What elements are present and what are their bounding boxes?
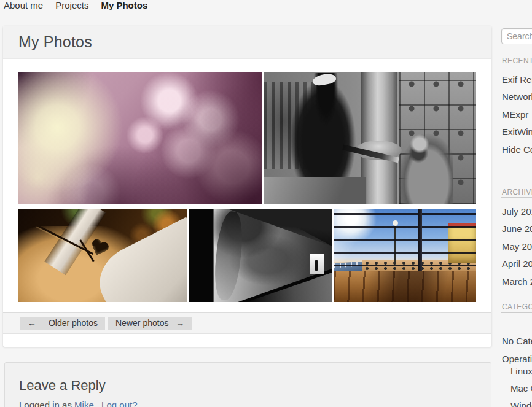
sidebar-item-category-child[interactable]: Mac OS (510, 383, 532, 393)
gallery-card-header: My Photos (3, 26, 491, 59)
sidebar-item-archive[interactable]: May 2011 (502, 241, 532, 252)
photo-street-scene-bw[interactable] (264, 72, 476, 204)
photo-harbor-boardwalk[interactable] (334, 209, 476, 302)
leave-a-reply-card: Leave a Reply Logged in as Mike. Log out… (4, 362, 491, 407)
page-title: My Photos (18, 33, 92, 51)
photo-cherry-blossoms[interactable] (18, 72, 262, 204)
top-navigation: About me Projects My Photos (4, 0, 147, 12)
photo-heart-pendant[interactable] (18, 209, 187, 302)
sidebar-item-archive[interactable]: April 2011 (502, 258, 532, 269)
sidebar-item-recent-post[interactable]: MExpr (502, 109, 528, 120)
right-arrow-icon: → (176, 318, 184, 328)
period: . (94, 400, 96, 407)
older-photos-label: Older photos (49, 318, 98, 328)
photo-detail-walking-person (315, 260, 318, 271)
logout-link[interactable]: Log out? (101, 400, 137, 407)
photo-tunnel-mural-bw[interactable] (189, 209, 332, 302)
newer-photos-label: Newer photos (115, 318, 168, 328)
sidebar-item-archive[interactable]: March 2011 (502, 276, 532, 287)
sidebar-item-archive[interactable]: July 2011 (502, 206, 532, 217)
sidebar-item-category-child[interactable]: Linux (510, 366, 532, 376)
recent-posts-heading: RECENT POSTS (502, 56, 532, 65)
leave-a-reply-title: Leave a Reply (19, 378, 106, 393)
section-divider (501, 312, 532, 313)
photo-detail-railing-post (418, 209, 422, 271)
photo-detail-pavement (264, 177, 366, 204)
left-arrow-icon: ← (28, 318, 36, 328)
categories-heading: CATEGORIES (502, 303, 532, 311)
section-divider (501, 197, 532, 198)
gallery-card: My Photos (3, 26, 491, 347)
sidebar-item-recent-post[interactable]: Hide Console (502, 144, 532, 155)
logged-in-prefix: Logged in as (19, 400, 72, 407)
newer-photos-button[interactable]: Newer photos → (108, 317, 192, 330)
photo-detail-railing-bars (334, 213, 476, 271)
sidebar-item-recent-post[interactable]: ExitWindows (502, 126, 532, 137)
older-photos-button[interactable]: ← Older photos (20, 317, 105, 330)
sidebar-item-recent-post[interactable]: Network Monitor (502, 91, 532, 102)
nav-my-photos[interactable]: My Photos (101, 0, 147, 12)
pagination-bar: ← Older photos Newer photos → (3, 312, 491, 334)
photo-detail-boardwalk (334, 271, 476, 302)
sidebar-item-archive[interactable]: June 2011 (502, 223, 532, 234)
sidebar-item-category[interactable]: No Category (502, 336, 532, 346)
sidebar-item-category-child[interactable]: Windows (510, 400, 532, 407)
archives-heading: ARCHIVES (502, 188, 532, 196)
sidebar-item-category[interactable]: Operating Systems (502, 354, 532, 364)
section-divider (501, 66, 532, 66)
username-link[interactable]: Mike (74, 400, 94, 407)
nav-about-me[interactable]: About me (4, 0, 43, 12)
logged-in-status: Logged in as Mike. Log out? (19, 400, 137, 407)
photo-detail-seated-man (397, 133, 453, 204)
search-input[interactable] (501, 28, 532, 44)
sidebar-item-recent-post[interactable]: Exif Remover (502, 74, 532, 85)
nav-projects[interactable]: Projects (55, 0, 88, 12)
photo-detail-column (361, 72, 397, 204)
